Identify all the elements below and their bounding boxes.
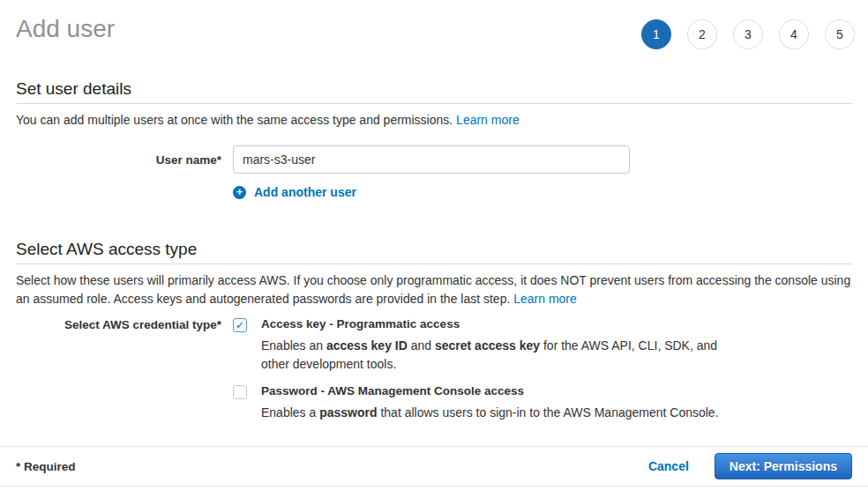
access-type-intro: Select how these users will primarily ac… (16, 271, 852, 308)
section-access-type: Select AWS access type Select how these … (0, 240, 868, 422)
cancel-button[interactable]: Cancel (648, 459, 689, 473)
credential-type-label: Select AWS credential type* (16, 317, 233, 331)
add-another-user-link[interactable]: + Add another user (233, 185, 356, 199)
page-title: Add user (16, 14, 115, 43)
step-indicator-3: 3 (733, 19, 763, 49)
credential-type-row: Select AWS credential type* ✓ Access key… (16, 317, 852, 422)
section-set-user-details: Set user details You can add multiple us… (0, 79, 868, 199)
access-key-option-body: Access key - Programmatic access Enables… (261, 317, 742, 374)
section-divider (16, 103, 852, 104)
access-key-option-desc: Enables an access key ID and secret acce… (261, 337, 742, 374)
password-checkbox[interactable] (233, 385, 247, 399)
learn-more-link-user-details[interactable]: Learn more (456, 113, 520, 127)
section-divider (16, 264, 852, 264)
access-key-checkbox[interactable]: ✓ (233, 318, 247, 332)
required-note: * Required (16, 460, 76, 473)
next-permissions-button[interactable]: Next: Permissions (715, 453, 852, 479)
password-option-body: Password - AWS Management Console access… (261, 384, 719, 422)
username-input[interactable] (233, 145, 630, 174)
desc-text-bold: secret access key (435, 338, 540, 353)
username-label: User name* (16, 145, 233, 167)
wizard-footer: * Required Cancel Next: Permissions (0, 446, 868, 486)
desc-text: Enables an (261, 338, 326, 353)
step-indicator-1: 1 (641, 19, 671, 49)
access-type-intro-text: Select how these users will primarily ac… (16, 273, 850, 306)
credential-options: ✓ Access key - Programmatic access Enabl… (233, 317, 742, 422)
desc-text: and (408, 338, 435, 353)
option-access-key: ✓ Access key - Programmatic access Enabl… (233, 317, 742, 374)
wizard-step-indicator: 1 2 3 4 5 (641, 14, 855, 49)
section-heading-user-details: Set user details (16, 79, 852, 99)
desc-text: that allows users to sign-in to the AWS … (378, 405, 719, 419)
access-key-option-title: Access key - Programmatic access (261, 317, 742, 331)
desc-text: Enables a (261, 405, 319, 419)
step-indicator-5: 5 (825, 19, 855, 49)
top-bar: Add user 1 2 3 4 5 (0, 0, 868, 49)
add-another-row: + Add another user (16, 185, 852, 199)
plus-icon: + (233, 186, 246, 199)
user-details-intro: You can add multiple users at once with … (16, 111, 852, 130)
learn-more-link-access-type[interactable]: Learn more (513, 292, 577, 306)
section-heading-access-type: Select AWS access type (16, 240, 852, 259)
step-indicator-2: 2 (687, 19, 717, 49)
step-indicator-4: 4 (779, 19, 809, 49)
desc-text-bold: access key ID (326, 338, 408, 353)
password-option-title: Password - AWS Management Console access (261, 384, 719, 398)
option-password: Password - AWS Management Console access… (233, 384, 742, 422)
username-row: User name* (16, 145, 852, 174)
user-details-intro-text: You can add multiple users at once with … (16, 113, 456, 127)
password-option-desc: Enables a password that allows users to … (261, 404, 719, 422)
add-another-user-label: Add another user (254, 185, 356, 199)
desc-text-bold: password (319, 405, 377, 419)
checkbox-check-icon: ✓ (236, 320, 244, 330)
